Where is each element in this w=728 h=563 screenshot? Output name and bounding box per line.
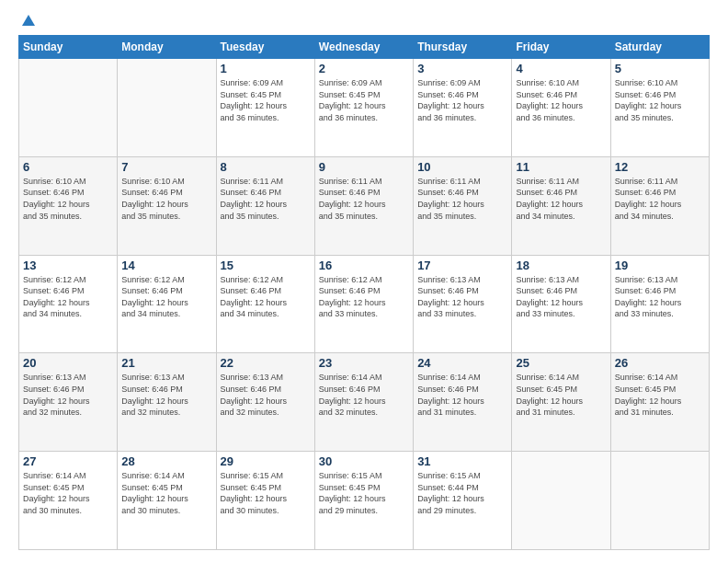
day-info: Sunrise: 6:11 AM Sunset: 6:46 PM Dayligh… (516, 176, 606, 222)
day-number: 9 (319, 160, 409, 174)
day-number: 8 (221, 160, 311, 174)
calendar-cell (610, 452, 709, 550)
calendar-cell: 8Sunrise: 6:11 AM Sunset: 6:46 PM Daylig… (216, 156, 314, 255)
day-info: Sunrise: 6:14 AM Sunset: 6:46 PM Dayligh… (319, 372, 409, 418)
calendar-week-1: 1Sunrise: 6:09 AM Sunset: 6:45 PM Daylig… (19, 59, 710, 157)
day-number: 13 (23, 259, 113, 272)
day-info: Sunrise: 6:13 AM Sunset: 6:46 PM Dayligh… (23, 372, 113, 418)
weekday-header-sunday: Sunday (19, 36, 118, 59)
day-info: Sunrise: 6:13 AM Sunset: 6:46 PM Dayligh… (417, 274, 507, 320)
day-number: 25 (516, 356, 606, 370)
logo (18, 17, 37, 26)
day-number: 10 (417, 160, 507, 174)
day-info: Sunrise: 6:10 AM Sunset: 6:46 PM Dayligh… (615, 77, 705, 123)
calendar-cell: 13Sunrise: 6:12 AM Sunset: 6:46 PM Dayli… (19, 255, 118, 353)
calendar-cell: 6Sunrise: 6:10 AM Sunset: 6:46 PM Daylig… (19, 156, 118, 255)
day-number: 30 (319, 454, 409, 468)
calendar-cell: 21Sunrise: 6:13 AM Sunset: 6:46 PM Dayli… (118, 353, 216, 452)
calendar-cell: 27Sunrise: 6:14 AM Sunset: 6:45 PM Dayli… (19, 452, 118, 550)
calendar-cell: 16Sunrise: 6:12 AM Sunset: 6:46 PM Dayli… (314, 255, 413, 353)
day-number: 6 (23, 160, 113, 174)
day-info: Sunrise: 6:10 AM Sunset: 6:46 PM Dayligh… (23, 176, 113, 222)
calendar-cell: 18Sunrise: 6:13 AM Sunset: 6:46 PM Dayli… (512, 255, 610, 353)
page: SundayMondayTuesdayWednesdayThursdayFrid… (0, 0, 728, 563)
calendar-cell: 14Sunrise: 6:12 AM Sunset: 6:46 PM Dayli… (118, 255, 216, 353)
day-number: 12 (615, 160, 705, 174)
calendar-cell: 22Sunrise: 6:13 AM Sunset: 6:46 PM Dayli… (216, 353, 314, 452)
day-info: Sunrise: 6:12 AM Sunset: 6:46 PM Dayligh… (221, 274, 311, 320)
day-number: 5 (615, 62, 705, 75)
day-number: 29 (221, 454, 311, 468)
calendar-cell: 4Sunrise: 6:10 AM Sunset: 6:46 PM Daylig… (512, 59, 610, 157)
day-info: Sunrise: 6:14 AM Sunset: 6:45 PM Dayligh… (23, 470, 113, 516)
svg-marker-0 (22, 15, 35, 26)
calendar-cell (19, 59, 118, 157)
day-info: Sunrise: 6:15 AM Sunset: 6:44 PM Dayligh… (417, 470, 507, 516)
day-info: Sunrise: 6:11 AM Sunset: 6:46 PM Dayligh… (221, 176, 311, 222)
day-info: Sunrise: 6:10 AM Sunset: 6:46 PM Dayligh… (516, 77, 606, 123)
day-number: 1 (221, 62, 311, 75)
calendar-cell: 12Sunrise: 6:11 AM Sunset: 6:46 PM Dayli… (610, 156, 709, 255)
weekday-header-monday: Monday (118, 36, 216, 59)
day-info: Sunrise: 6:13 AM Sunset: 6:46 PM Dayligh… (121, 372, 211, 418)
calendar-cell: 31Sunrise: 6:15 AM Sunset: 6:44 PM Dayli… (414, 452, 512, 550)
day-number: 21 (121, 356, 211, 370)
weekday-header-thursday: Thursday (414, 36, 512, 59)
calendar-cell: 25Sunrise: 6:14 AM Sunset: 6:45 PM Dayli… (512, 353, 610, 452)
day-number: 18 (516, 259, 606, 272)
calendar-cell: 26Sunrise: 6:14 AM Sunset: 6:45 PM Dayli… (610, 353, 709, 452)
calendar-cell: 9Sunrise: 6:11 AM Sunset: 6:46 PM Daylig… (314, 156, 413, 255)
calendar-cell: 29Sunrise: 6:15 AM Sunset: 6:45 PM Dayli… (216, 452, 314, 550)
day-info: Sunrise: 6:15 AM Sunset: 6:45 PM Dayligh… (319, 470, 409, 516)
calendar-cell: 15Sunrise: 6:12 AM Sunset: 6:46 PM Dayli… (216, 255, 314, 353)
day-info: Sunrise: 6:09 AM Sunset: 6:45 PM Dayligh… (319, 77, 409, 123)
day-info: Sunrise: 6:13 AM Sunset: 6:46 PM Dayligh… (615, 274, 705, 320)
day-number: 28 (121, 454, 211, 468)
day-info: Sunrise: 6:11 AM Sunset: 6:46 PM Dayligh… (417, 176, 507, 222)
day-number: 26 (615, 356, 705, 370)
calendar-cell: 24Sunrise: 6:14 AM Sunset: 6:46 PM Dayli… (414, 353, 512, 452)
calendar-cell (512, 452, 610, 550)
day-number: 20 (23, 356, 113, 370)
day-number: 16 (319, 259, 409, 272)
day-number: 15 (221, 259, 311, 272)
day-number: 31 (417, 454, 507, 468)
day-number: 4 (516, 62, 606, 75)
logo-icon (20, 13, 37, 29)
calendar-cell: 30Sunrise: 6:15 AM Sunset: 6:45 PM Dayli… (314, 452, 413, 550)
day-info: Sunrise: 6:10 AM Sunset: 6:46 PM Dayligh… (121, 176, 211, 222)
weekday-header-friday: Friday (512, 36, 610, 59)
day-number: 17 (417, 259, 507, 272)
day-number: 27 (23, 454, 113, 468)
calendar-week-2: 6Sunrise: 6:10 AM Sunset: 6:46 PM Daylig… (19, 156, 710, 255)
calendar-cell: 23Sunrise: 6:14 AM Sunset: 6:46 PM Dayli… (314, 353, 413, 452)
day-number: 23 (319, 356, 409, 370)
calendar-cell: 17Sunrise: 6:13 AM Sunset: 6:46 PM Dayli… (414, 255, 512, 353)
weekday-header-saturday: Saturday (610, 36, 709, 59)
day-number: 2 (319, 62, 409, 75)
calendar-cell: 2Sunrise: 6:09 AM Sunset: 6:45 PM Daylig… (314, 59, 413, 157)
day-info: Sunrise: 6:14 AM Sunset: 6:46 PM Dayligh… (417, 372, 507, 418)
day-info: Sunrise: 6:11 AM Sunset: 6:46 PM Dayligh… (615, 176, 705, 222)
calendar-cell (118, 59, 216, 157)
weekday-header-wednesday: Wednesday (314, 36, 413, 59)
day-number: 22 (221, 356, 311, 370)
weekday-header-row: SundayMondayTuesdayWednesdayThursdayFrid… (19, 36, 710, 59)
day-number: 14 (121, 259, 211, 272)
day-info: Sunrise: 6:12 AM Sunset: 6:46 PM Dayligh… (319, 274, 409, 320)
day-number: 24 (417, 356, 507, 370)
calendar-cell: 11Sunrise: 6:11 AM Sunset: 6:46 PM Dayli… (512, 156, 610, 255)
day-info: Sunrise: 6:11 AM Sunset: 6:46 PM Dayligh… (319, 176, 409, 222)
calendar-cell: 10Sunrise: 6:11 AM Sunset: 6:46 PM Dayli… (414, 156, 512, 255)
calendar-week-4: 20Sunrise: 6:13 AM Sunset: 6:46 PM Dayli… (19, 353, 710, 452)
day-info: Sunrise: 6:14 AM Sunset: 6:45 PM Dayligh… (516, 372, 606, 418)
day-info: Sunrise: 6:15 AM Sunset: 6:45 PM Dayligh… (221, 470, 311, 516)
day-info: Sunrise: 6:09 AM Sunset: 6:46 PM Dayligh… (417, 77, 507, 123)
day-info: Sunrise: 6:14 AM Sunset: 6:45 PM Dayligh… (615, 372, 705, 418)
day-info: Sunrise: 6:09 AM Sunset: 6:45 PM Dayligh… (221, 77, 311, 123)
day-number: 11 (516, 160, 606, 174)
calendar-cell: 28Sunrise: 6:14 AM Sunset: 6:45 PM Dayli… (118, 452, 216, 550)
day-info: Sunrise: 6:13 AM Sunset: 6:46 PM Dayligh… (221, 372, 311, 418)
calendar-week-3: 13Sunrise: 6:12 AM Sunset: 6:46 PM Dayli… (19, 255, 710, 353)
day-info: Sunrise: 6:12 AM Sunset: 6:46 PM Dayligh… (23, 274, 113, 320)
